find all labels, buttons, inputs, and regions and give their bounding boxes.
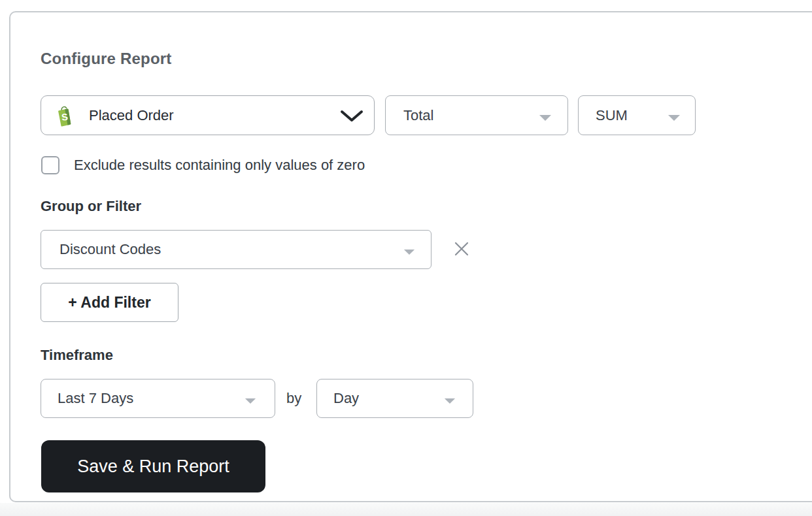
metric-select-value: Placed Order [89, 107, 174, 124]
group-or-filter-label: Group or Filter [41, 198, 141, 215]
timeframe-range-select[interactable]: Last 7 Days [41, 379, 275, 418]
add-filter-button[interactable]: + Add Filter [41, 283, 178, 322]
exclude-zero-row: Exclude results containing only values o… [41, 156, 365, 174]
save-run-report-button[interactable]: Save & Run Report [41, 440, 265, 492]
group-filter-select-value: Discount Codes [59, 241, 161, 258]
exclude-zero-label: Exclude results containing only values o… [74, 157, 365, 174]
timeframe-interval-select[interactable]: Day [316, 379, 473, 418]
caret-down-icon [444, 395, 456, 407]
remove-filter-button[interactable] [453, 240, 469, 257]
aggregation-select[interactable]: SUM [578, 95, 696, 135]
metric-select[interactable]: S Placed Order [41, 95, 375, 135]
timeframe-range-value: Last 7 Days [58, 390, 133, 407]
by-label: by [286, 390, 301, 407]
caret-down-icon [245, 395, 256, 407]
caret-down-icon [668, 112, 681, 124]
page-background-strip [0, 503, 812, 516]
close-x-icon [454, 241, 469, 257]
page-title: Configure Report [41, 50, 172, 68]
timeframe-interval-value: Day [333, 390, 359, 407]
caret-down-icon [403, 246, 415, 258]
group-filter-select[interactable]: Discount Codes [41, 230, 431, 269]
measurement-select-value: Total [403, 107, 433, 124]
shopify-bag-icon: S [54, 104, 73, 127]
exclude-zero-checkbox[interactable] [41, 156, 59, 174]
aggregation-select-value: SUM [596, 107, 628, 124]
chevron-down-icon [340, 110, 364, 125]
measurement-select[interactable]: Total [385, 95, 568, 135]
timeframe-label: Timeframe [41, 347, 113, 364]
configure-report-panel: Configure Report S Placed Order Total SU… [9, 11, 812, 502]
caret-down-icon [539, 112, 552, 124]
